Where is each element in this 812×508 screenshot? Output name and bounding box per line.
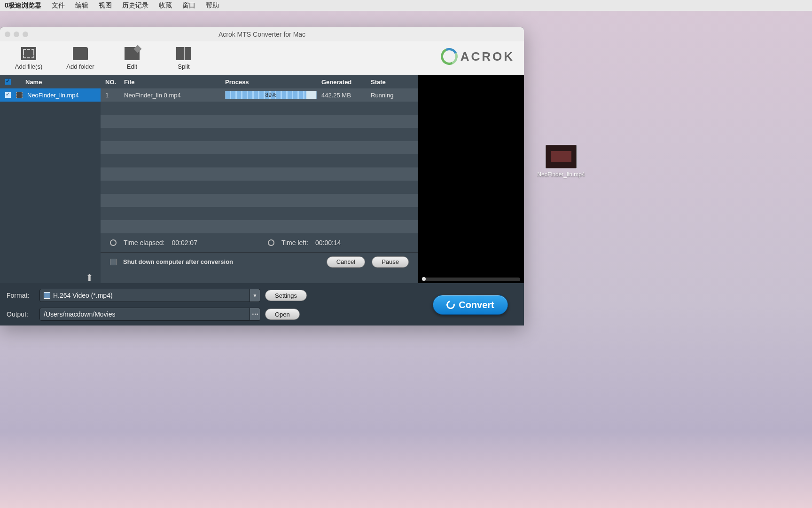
format-label: Format:: [7, 292, 35, 299]
cell-file: NeoFinder_lin 0.mp4: [124, 92, 225, 99]
up-arrow-icon[interactable]: ⬆: [86, 272, 96, 282]
add-file-label: Add file(s): [15, 63, 43, 70]
convert-button[interactable]: Convert: [433, 295, 508, 315]
menu-file[interactable]: 文件: [52, 1, 65, 10]
split-icon: [176, 47, 191, 60]
mac-menubar[interactable]: 0极速浏览器 文件 编辑 视图 历史记录 收藏 窗口 帮助: [0, 0, 812, 11]
col-process: Process: [225, 79, 321, 86]
cell-generated: 442.25 MB: [321, 92, 371, 99]
menu-window[interactable]: 窗口: [182, 1, 195, 10]
add-folder-icon: [73, 47, 88, 60]
table-body: 1 NeoFinder_lin 0.mp4 89% 442.25 MB Runn…: [101, 88, 418, 233]
preview-panel: [418, 75, 524, 283]
progress-bar: 89%: [225, 91, 317, 99]
logo-text: ACROK: [461, 49, 515, 64]
open-button[interactable]: Open: [265, 309, 300, 320]
select-all-checkbox[interactable]: [5, 79, 11, 85]
titlebar[interactable]: Acrok MTS Converter for Mac: [0, 27, 524, 41]
menu-fav[interactable]: 收藏: [159, 1, 172, 10]
action-bar: Shut down computer after conversion Canc…: [101, 252, 418, 271]
bottom-bar: Format: H.264 Video (*.mp4) ▼ Settings 0…: [0, 283, 524, 325]
col-file: File: [124, 79, 225, 86]
cell-process: 89%: [225, 91, 321, 99]
cell-no: 1: [101, 92, 124, 99]
clock-icon: [110, 239, 117, 246]
menu-history[interactable]: 历史记录: [122, 1, 148, 10]
cell-state: Running: [371, 92, 418, 99]
video-preview[interactable]: [418, 75, 524, 276]
output-field[interactable]: /Users/macdown/Movies ⋯: [39, 308, 260, 321]
format-value: H.264 Video (*.mp4): [53, 292, 113, 299]
browse-icon[interactable]: ⋯: [250, 308, 260, 321]
app-window: Acrok MTS Converter for Mac Add file(s) …: [0, 27, 524, 325]
file-list-panel: Name NeoFinder_lin.mp4: [0, 75, 101, 283]
desktop-file-name: NeoFinder_lin.mp4: [537, 171, 585, 178]
toolbar: Add file(s) Add folder Edit Split ACROK: [0, 41, 524, 75]
time-bar: Time elapsed: 00:02:07 Time left: 00:00:…: [101, 233, 418, 252]
format-field[interactable]: H.264 Video (*.mp4) ▼: [39, 289, 260, 302]
col-no: NO.: [101, 79, 124, 86]
convert-label: Convert: [459, 300, 494, 310]
left-value: 00:00:14: [315, 239, 341, 246]
scrub-bar[interactable]: [422, 278, 520, 281]
add-file-button[interactable]: Add file(s): [3, 41, 55, 75]
col-generated: Generated: [321, 79, 371, 86]
menu-edit[interactable]: 编辑: [75, 1, 88, 10]
split-button[interactable]: Split: [158, 41, 210, 75]
convert-cycle-icon: [445, 299, 457, 311]
file-name: NeoFinder_lin.mp4: [27, 92, 79, 99]
col-state: State: [371, 79, 418, 86]
menu-help[interactable]: 帮助: [206, 1, 219, 10]
conversion-table: NO. File Process Generated State 1 NeoFi…: [101, 75, 418, 283]
menu-view[interactable]: 视图: [99, 1, 112, 10]
disk-icon: [44, 292, 50, 299]
settings-button[interactable]: Settings: [265, 290, 307, 301]
window-title: Acrok MTS Converter for Mac: [0, 31, 524, 38]
pause-button[interactable]: Pause: [372, 256, 409, 268]
add-folder-button[interactable]: Add folder: [55, 41, 106, 75]
col-name-label: Name: [25, 79, 42, 86]
table-header: NO. File Process Generated State: [101, 75, 418, 88]
video-thumb-icon: [546, 145, 577, 168]
output-value: /Users/macdown/Movies: [44, 310, 116, 318]
add-folder-label: Add folder: [66, 63, 94, 70]
cancel-button[interactable]: Cancel: [327, 256, 365, 268]
table-row[interactable]: 1 NeoFinder_lin 0.mp4 89% 442.25 MB Runn…: [101, 88, 418, 102]
format-dropdown-icon[interactable]: ▼: [250, 289, 260, 302]
acrok-logo: ACROK: [441, 48, 515, 65]
edit-button[interactable]: Edit: [106, 41, 158, 75]
video-file-icon: [16, 92, 23, 98]
clock-icon: [268, 239, 274, 246]
logo-swirl-icon: [438, 46, 460, 67]
file-list-item[interactable]: NeoFinder_lin.mp4: [0, 88, 101, 102]
output-label: Output:: [7, 310, 35, 318]
progress-pct: 89%: [265, 92, 276, 98]
elapsed-label: Time elapsed:: [124, 239, 164, 246]
shutdown-label: Shut down computer after conversion: [123, 258, 320, 265]
shutdown-checkbox[interactable]: [110, 259, 117, 265]
desktop-file[interactable]: NeoFinder_lin.mp4: [544, 145, 578, 178]
file-checkbox[interactable]: [5, 92, 11, 98]
edit-label: Edit: [127, 63, 137, 70]
add-file-icon: [21, 47, 36, 60]
edit-icon: [125, 47, 140, 60]
elapsed-value: 00:02:07: [172, 239, 197, 246]
menu-app[interactable]: 0极速浏览器: [5, 1, 41, 10]
split-label: Split: [178, 63, 189, 70]
left-label: Time left:: [281, 239, 308, 246]
file-list-header: Name: [0, 75, 101, 88]
